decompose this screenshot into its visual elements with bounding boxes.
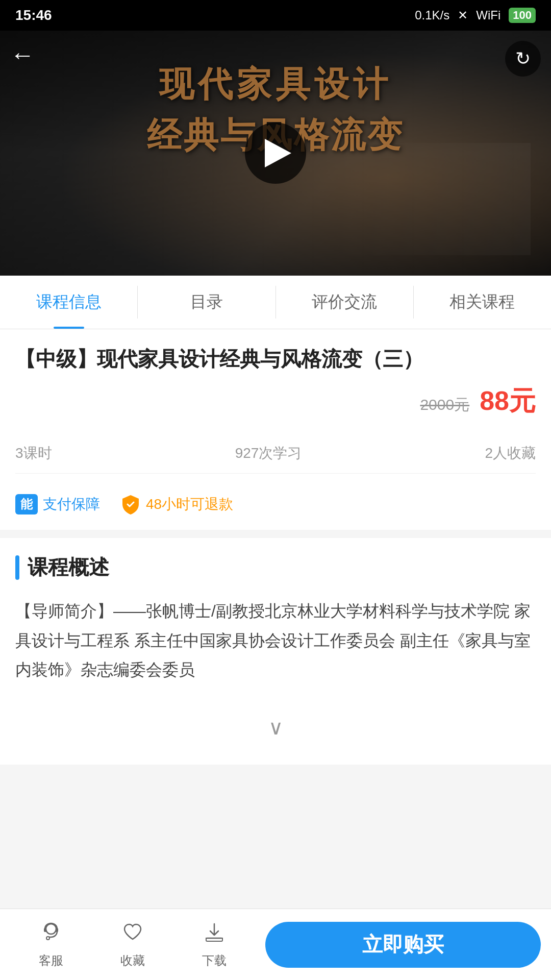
stat-lessons: 3课时: [15, 444, 52, 463]
shield-icon: [120, 494, 141, 514]
svg-point-3: [46, 937, 49, 940]
stat-views: 927次学习: [235, 444, 302, 463]
overview-accent-bar: [15, 555, 19, 580]
buy-now-button[interactable]: 立即购买: [265, 922, 541, 968]
payment-badge: 能 支付保障: [15, 494, 100, 514]
payment-badge-text: 支付保障: [43, 495, 100, 514]
play-icon: [265, 139, 291, 167]
tab-course-info[interactable]: 课程信息: [0, 276, 137, 329]
refresh-icon: ↻: [515, 48, 531, 69]
status-icons: 0.1K/s ✕ WiFi 100: [415, 8, 536, 23]
refund-badge: 48小时可退款: [120, 494, 233, 514]
play-button[interactable]: [245, 122, 306, 184]
download-button[interactable]: 下载: [173, 921, 255, 969]
video-bg-decoration: [327, 143, 531, 255]
bottom-actions: 客服 收藏 下载 立即购买: [0, 921, 551, 969]
tabs-bar: 课程信息 目录 评价交流 相关课程: [0, 276, 551, 329]
overview-content: 【导师简介】——张帆博士/副教授北京林业大学材料科学与技术学院 家具设计与工程系…: [15, 597, 536, 685]
customer-service-icon: [40, 921, 62, 948]
favorites-button[interactable]: 收藏: [92, 921, 173, 969]
section-divider: [0, 530, 551, 538]
back-button[interactable]: ←: [10, 41, 35, 69]
buy-now-label: 立即购买: [362, 930, 444, 959]
payment-badge-icon: 能: [15, 494, 38, 514]
stat-favorites: 2人收藏: [485, 444, 536, 463]
course-info-section: 【中级】现代家具设计经典与风格流变（三） 2000元 88元 3课时 927次学…: [0, 329, 551, 530]
network-speed: 0.1K/s: [415, 8, 449, 22]
bottom-spacer: [0, 765, 551, 846]
price-original: 2000元: [420, 395, 469, 415]
refresh-button[interactable]: ↻: [505, 41, 541, 77]
expand-button[interactable]: ∨: [15, 705, 536, 749]
download-icon: [203, 921, 226, 948]
customer-service-button[interactable]: 客服: [10, 921, 92, 969]
tab-catalog[interactable]: 目录: [138, 276, 275, 329]
battery-icon: 100: [509, 8, 536, 23]
stats-row: 3课时 927次学习 2人收藏: [15, 433, 536, 474]
svg-point-0: [46, 924, 56, 934]
course-title: 【中级】现代家具设计经典与风格流变（三）: [15, 345, 536, 373]
tab-review[interactable]: 评价交流: [276, 276, 413, 329]
chevron-down-icon: ∨: [268, 716, 283, 739]
refund-badge-text: 48小时可退款: [146, 495, 233, 514]
badges-row: 能 支付保障 48小时可退款: [15, 484, 536, 530]
signal-x-icon: ✕: [458, 8, 468, 22]
price-row: 2000元 88元: [15, 383, 536, 419]
favorites-icon: [121, 921, 144, 948]
video-player[interactable]: 现代家具设计 经典与风格流变 ← ↻: [0, 31, 551, 276]
wifi-icon: WiFi: [476, 8, 500, 22]
overview-header: 课程概述: [15, 553, 536, 581]
video-title-line1: 现代家具设计: [0, 61, 551, 108]
price-current: 88元: [480, 383, 536, 419]
overview-section: 课程概述 【导师简介】——张帆博士/副教授北京林业大学材料科学与技术学院 家具设…: [0, 538, 551, 765]
status-bar: 15:46 0.1K/s ✕ WiFi 100: [0, 0, 551, 31]
favorites-label: 收藏: [120, 952, 145, 969]
customer-service-label: 客服: [39, 952, 63, 969]
tab-related[interactable]: 相关课程: [414, 276, 551, 329]
status-time: 15:46: [15, 7, 52, 23]
svg-rect-1: [44, 928, 46, 932]
bottom-bar: 客服 收藏 下载 立即购买: [0, 909, 551, 980]
download-label: 下载: [202, 952, 227, 969]
overview-title: 课程概述: [28, 553, 109, 581]
